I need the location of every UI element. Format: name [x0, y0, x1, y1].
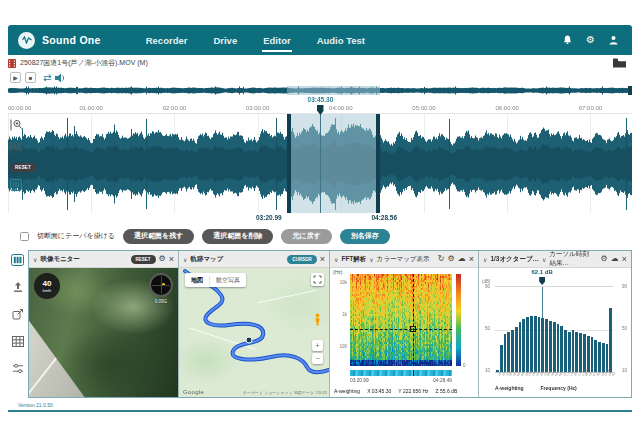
zoom-out-icon[interactable] [10, 140, 23, 158]
table-icon[interactable] [12, 333, 24, 351]
upload-icon[interactable] [12, 279, 24, 297]
octave-bar [526, 317, 529, 372]
octave-bar [579, 333, 582, 372]
position-marker [246, 337, 252, 343]
fft-spectrogram[interactable] [350, 274, 452, 366]
map-cursor-button[interactable]: CURSOR [287, 255, 317, 264]
panel-layout-icon[interactable] [11, 252, 24, 270]
octave-bar [591, 337, 594, 372]
fft-ytick: 10k [332, 280, 347, 285]
map-fullscreen-button[interactable] [311, 273, 324, 286]
cloud-download-icon[interactable]: ☁ [458, 255, 466, 263]
g-force-value: 0.09G [149, 299, 173, 304]
octave-bar [575, 332, 578, 372]
fft-panel-header: ∨ FFT解析 ∨ カラーマップ表示 ↻ ⚙ ☁ × [330, 251, 478, 268]
octave-bar [572, 330, 575, 373]
video-reset-button[interactable]: RESET [131, 255, 156, 264]
fft-strip-cursor [413, 370, 414, 376]
octave-panel-title[interactable]: 1/3オクターブ… [490, 255, 539, 264]
gear-icon[interactable]: ⚙ [586, 35, 595, 45]
overview-selection[interactable] [287, 86, 381, 95]
delete-selection-button[interactable]: 選択範囲を削除 [202, 229, 273, 244]
google-logo: Google [183, 389, 204, 395]
nav-item-editor[interactable]: Editor [262, 25, 291, 56]
octave-bar [549, 321, 552, 372]
chevron-down-icon[interactable]: ∨ [33, 256, 37, 263]
octave-bar [519, 322, 522, 372]
speed-badge: 40 km/h [34, 273, 60, 299]
channel-view-icon[interactable] [10, 177, 22, 195]
stop-button[interactable]: ■ [25, 72, 36, 83]
loop-icon[interactable]: ⇄ [43, 73, 51, 83]
map-type-satellite-button[interactable]: 航空写真 [209, 276, 246, 285]
octave-bar [587, 336, 590, 372]
keep-selection-button[interactable]: 選択範囲を残す [123, 229, 194, 244]
octave-ytick: 10 [485, 368, 490, 373]
octave-cursor-row: 62.1 dB [495, 268, 613, 286]
refresh-icon[interactable]: ↻ [438, 255, 445, 263]
map-attribution[interactable]: キーボード ショートカット 地図データ ©2025 [243, 390, 327, 395]
nav-item-audio-test[interactable]: Audio Test [316, 25, 366, 56]
chevron-down-icon[interactable]: ∨ [542, 256, 546, 263]
map-viewport[interactable]: 地図 航空写真 + − Google キーボード ショートカット 地図データ ©… [179, 268, 329, 397]
selection-start-label: 03:20.99 [256, 214, 282, 221]
chevron-down-icon[interactable]: ∨ [369, 256, 373, 263]
edit-bar: 切断面にテーパを掛ける 選択範囲を残す 選択範囲を削除 元に戻す 別名保存 [20, 228, 390, 244]
main-nav: RecorderDriveEditorAudio Test [145, 25, 366, 55]
octave-cursor-flag[interactable] [539, 277, 545, 285]
waveform-area[interactable]: RESET [8, 113, 632, 213]
fft-display-mode[interactable]: カラーマップ表示 [377, 255, 430, 264]
fft-status-bar: A-weighting X 03:45.30 Y 222.656 Hz Z 55… [334, 388, 476, 394]
taper-checkbox-label[interactable]: 切断面にテーパを掛ける [37, 231, 115, 241]
octave-bar [557, 324, 560, 372]
taper-checkbox[interactable] [20, 232, 29, 241]
undo-button[interactable]: 元に戻す [281, 229, 331, 244]
chevron-down-icon[interactable]: ∨ [334, 256, 338, 263]
fft-gear-icon[interactable]: ⚙ [448, 255, 455, 263]
map-type-map-button[interactable]: 地図 [185, 276, 209, 285]
video-gear-icon[interactable]: ⚙ [159, 255, 166, 263]
bottom-dock: ∨ 映像モニター RESET ⚙ × 40 km/h 0. [8, 250, 632, 398]
octave-close-icon[interactable]: × [622, 255, 627, 264]
overview-handle[interactable] [628, 86, 632, 95]
map-zoom-in-button[interactable]: + [312, 340, 323, 351]
fft-panel-title[interactable]: FFT解析 [341, 255, 366, 264]
octave-xaxis-label: Frequency (Hz) [541, 385, 577, 391]
bell-icon[interactable] [563, 31, 572, 49]
map-zoom-out-button[interactable]: − [312, 353, 323, 364]
speaker-icon[interactable] [55, 69, 67, 87]
road-surface [29, 304, 121, 397]
nav-item-recorder[interactable]: Recorder [145, 25, 189, 56]
map-close-icon[interactable]: × [320, 255, 325, 264]
octave-ytick: 50 [485, 326, 490, 331]
user-icon[interactable] [609, 31, 618, 49]
time-tick: 03:00.00 [246, 105, 269, 111]
nav-item-drive[interactable]: Drive [212, 25, 238, 56]
octave-display-mode[interactable]: カーソル時刻結果… [549, 250, 594, 268]
map-panel: ∨ 軌跡マップ CURSOR × [179, 251, 329, 397]
octave-ytick: 90 [485, 284, 490, 289]
fft-close-icon[interactable]: × [469, 255, 474, 264]
zoom-in-icon[interactable] [10, 117, 23, 135]
octave-bar [538, 317, 541, 372]
wave-selection[interactable] [287, 114, 381, 213]
folder-icon[interactable] [613, 58, 626, 68]
zoom-reset-button[interactable]: RESET [10, 163, 36, 172]
octave-bar [545, 319, 548, 372]
chevron-down-icon[interactable]: ∨ [183, 256, 187, 263]
octave-bar [583, 334, 586, 372]
export-icon[interactable] [12, 306, 24, 324]
octave-cursor-line [542, 287, 543, 372]
fft-cursor-marker[interactable] [410, 326, 416, 332]
save-as-button[interactable]: 別名保存 [340, 229, 390, 244]
cursor-line[interactable] [320, 106, 321, 213]
tune-icon[interactable] [12, 360, 24, 378]
play-button[interactable]: ▶ [10, 72, 21, 83]
cloud-download-icon[interactable]: ☁ [611, 255, 619, 263]
chevron-down-icon[interactable]: ∨ [483, 256, 487, 263]
pegman-icon[interactable] [313, 312, 322, 330]
fft-level-strip [350, 370, 452, 376]
video-close-icon[interactable]: × [169, 255, 174, 264]
overview-strip[interactable] [8, 86, 632, 95]
octave-gear-icon[interactable]: ⚙ [601, 255, 608, 263]
